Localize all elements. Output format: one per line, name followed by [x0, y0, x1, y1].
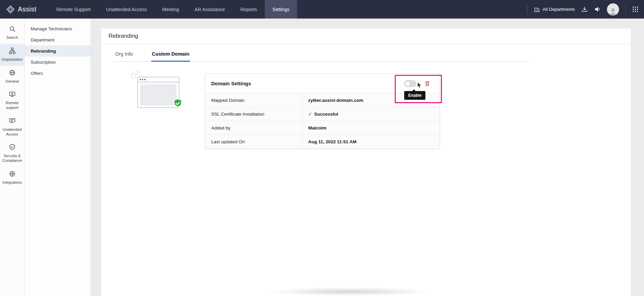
- nav-settings[interactable]: Settings: [265, 0, 297, 19]
- rail-item-label: General: [5, 79, 19, 84]
- sidebar-item-subscription[interactable]: Subscription: [25, 57, 91, 68]
- departments-icon: [534, 6, 540, 12]
- page-header: Rebranding: [101, 28, 631, 44]
- browser-body-graphic: [140, 84, 176, 106]
- browser-dot-icon: [144, 79, 146, 80]
- rail-item-label: Search: [6, 35, 18, 40]
- navbar-divider: [527, 4, 527, 14]
- icon-rail: Search Organization General Remote suppo…: [0, 19, 25, 296]
- rail-item-security-compliance[interactable]: Security & Compliance: [0, 140, 24, 167]
- search-icon: [9, 26, 15, 33]
- department-filter[interactable]: All Departments: [534, 6, 575, 12]
- ssl-status-text: Successful: [314, 112, 338, 117]
- nav-ar-assistance[interactable]: AR Assistance: [187, 0, 233, 19]
- announcement-icon[interactable]: [594, 6, 601, 12]
- globe-icon: [9, 69, 15, 77]
- row-value: ✓ Successful: [302, 111, 338, 117]
- row-label: Last updated On: [205, 135, 302, 149]
- row-value: Malcolm: [302, 125, 326, 130]
- row-value: Aug 11, 2022 11:51 AM: [302, 139, 357, 144]
- domain-settings-card: Domain Settings Mapped Domain zylker.ass…: [205, 73, 440, 149]
- browser-titlebar-graphic: [138, 77, 179, 82]
- rail-item-general[interactable]: General: [0, 66, 24, 88]
- table-row: Added by Malcolm: [205, 121, 440, 135]
- nav-reports[interactable]: Reports: [233, 0, 265, 19]
- table-row: SSL Certificate Installation ✓ Successfu…: [205, 107, 440, 121]
- rail-item-search[interactable]: Search: [0, 22, 24, 44]
- delete-domain-icon[interactable]: [424, 81, 430, 87]
- enable-tooltip: Enable: [404, 91, 425, 100]
- browser-window-graphic: [137, 77, 179, 108]
- sidebar-item-manage-technicians[interactable]: Manage Technicians: [25, 23, 91, 34]
- browser-dot-icon: [140, 79, 141, 80]
- brand[interactable]: Assist: [0, 5, 40, 14]
- domain-details-table: Mapped Domain zylker.assist-domain.com S…: [205, 93, 440, 149]
- rail-item-integrations[interactable]: Integrations: [0, 167, 24, 189]
- unattended-access-icon: [9, 118, 15, 125]
- user-avatar[interactable]: [607, 3, 619, 16]
- browser-dot-icon: [142, 79, 143, 80]
- shadow-smudge: [267, 287, 432, 296]
- brand-name: Assist: [18, 5, 36, 13]
- tab-bar: Org Info Custom Domain: [115, 50, 530, 62]
- cursor-icon: [417, 82, 422, 90]
- rail-item-remote-support[interactable]: Remote support: [0, 87, 24, 114]
- sidebar-item-rebranding[interactable]: Rebranding: [25, 46, 91, 57]
- tab-custom-domain[interactable]: Custom Domain: [151, 50, 190, 61]
- nav-meeting[interactable]: Meeting: [155, 0, 187, 19]
- integrations-icon: [9, 171, 15, 178]
- domain-card-title: Domain Settings: [211, 81, 251, 86]
- table-row: Last updated On Aug 11, 2022 11:51 AM: [205, 135, 440, 149]
- rail-item-label: Integrations: [2, 180, 22, 185]
- verified-shield-icon: [173, 98, 183, 110]
- enable-toggle[interactable]: [404, 80, 416, 87]
- rail-item-label: Unattended Access: [1, 127, 23, 137]
- navbar-divider: [625, 4, 626, 14]
- department-filter-label: All Departments: [543, 7, 575, 12]
- top-navbar: Assist Remote Support Unattended Access …: [0, 0, 644, 19]
- primary-nav: Remote Support Unattended Access Meeting…: [49, 0, 297, 19]
- main-panel: Rebranding Org Info Custom Domain: [101, 28, 631, 296]
- assist-logo-icon: [6, 5, 15, 14]
- check-icon: ✓: [308, 111, 312, 117]
- settings-sidebar: Manage Technicians Department Rebranding…: [25, 19, 91, 296]
- organization-icon: [9, 48, 15, 55]
- apps-grid-icon[interactable]: [632, 6, 639, 12]
- toggle-knob: [405, 81, 410, 86]
- navbar-right-cluster: All Departments: [527, 3, 644, 16]
- row-label: Added by: [205, 121, 302, 135]
- domain-illustration: [130, 73, 184, 113]
- nav-unattended-access[interactable]: Unattended Access: [98, 0, 155, 19]
- rail-item-label: Organization: [2, 57, 23, 62]
- remote-support-icon: [9, 91, 15, 99]
- rail-item-unattended-access[interactable]: Unattended Access: [0, 114, 24, 141]
- download-icon[interactable]: [581, 6, 588, 12]
- row-value: zylker.assist-domain.com: [302, 98, 363, 103]
- page-title: Rebranding: [108, 33, 138, 39]
- tab-org-info[interactable]: Org Info: [115, 50, 133, 61]
- rail-item-organization[interactable]: Organization: [0, 44, 24, 66]
- rail-item-label: Security & Compliance: [1, 154, 23, 163]
- sidebar-item-department[interactable]: Department: [25, 34, 91, 46]
- row-label: SSL Certificate Installation: [205, 107, 302, 121]
- hexagon-decoration-icon: [131, 73, 136, 80]
- security-shield-icon: [9, 144, 15, 152]
- sidebar-item-offers[interactable]: Offers: [25, 68, 91, 79]
- domain-card-header: Domain Settings: [205, 74, 440, 93]
- nav-remote-support[interactable]: Remote Support: [49, 0, 98, 19]
- row-label: Mapped Domain: [205, 93, 302, 107]
- rail-item-label: Remote support: [1, 101, 23, 110]
